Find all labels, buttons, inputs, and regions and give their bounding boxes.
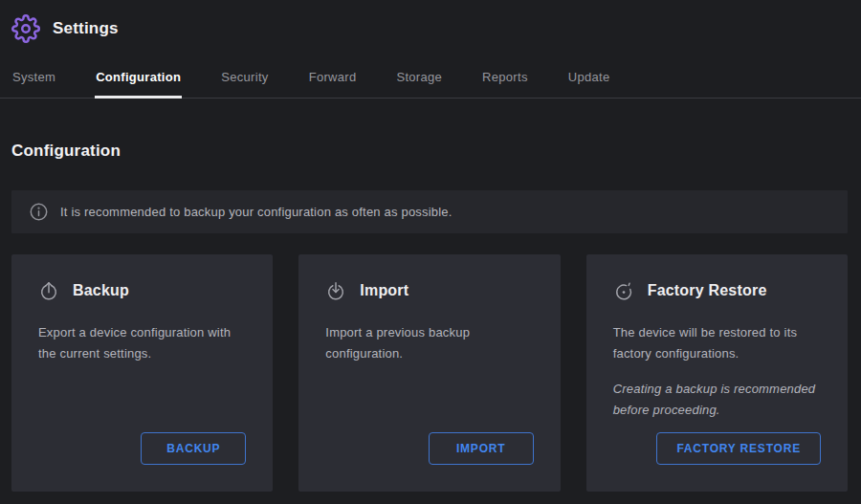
tab-storage[interactable]: Storage xyxy=(395,62,443,99)
card-title: Backup xyxy=(73,282,129,299)
import-card: Import Import a previous backup configur… xyxy=(298,254,560,492)
factory-restore-button[interactable]: FACTORY RESTORE xyxy=(656,432,821,465)
import-button[interactable]: IMPORT xyxy=(429,432,534,465)
settings-tabbar: System Configuration Security Forward St… xyxy=(0,62,861,99)
backup-recommendation-banner: It is recommended to backup your configu… xyxy=(11,190,848,233)
download-arrow-icon xyxy=(325,279,346,302)
tab-forward[interactable]: Forward xyxy=(308,62,358,99)
backup-button[interactable]: BACKUP xyxy=(141,432,246,465)
info-icon xyxy=(29,202,49,222)
tab-update[interactable]: Update xyxy=(567,62,611,99)
page-title: Configuration xyxy=(11,142,861,161)
tab-reports[interactable]: Reports xyxy=(481,62,529,99)
card-description: Export a device configuration with the c… xyxy=(38,322,246,365)
banner-text: It is recommended to backup your configu… xyxy=(60,205,453,219)
card-warning-note: Creating a backup is recommended before … xyxy=(613,379,821,422)
tab-system[interactable]: System xyxy=(11,62,56,99)
card-title: Factory Restore xyxy=(648,282,767,299)
factory-restore-card: Factory Restore The device will be resto… xyxy=(586,254,848,492)
restore-timer-icon xyxy=(613,279,634,302)
card-description: Import a previous backup configuration. xyxy=(325,322,533,365)
backup-card: Backup Export a device configuration wit… xyxy=(11,254,273,492)
card-title: Import xyxy=(360,282,408,299)
tab-security[interactable]: Security xyxy=(220,62,269,99)
tab-configuration[interactable]: Configuration xyxy=(95,62,182,99)
upload-arrow-icon xyxy=(38,279,59,302)
configuration-cards: Backup Export a device configuration wit… xyxy=(11,254,848,492)
settings-gear-icon xyxy=(11,14,40,43)
app-header: Settings xyxy=(0,0,861,46)
app-title: Settings xyxy=(53,19,119,38)
card-description: The device will be restored to its facto… xyxy=(613,322,821,365)
